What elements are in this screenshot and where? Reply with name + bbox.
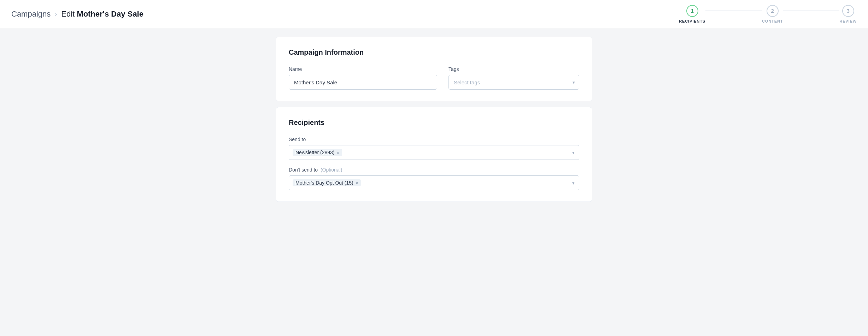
- main-content: Campaign Information Name Tags Select ta…: [264, 28, 604, 216]
- step-1-circle: 1: [686, 5, 698, 17]
- step-3-circle: 3: [842, 5, 854, 17]
- send-to-chevron-icon: ▾: [572, 150, 575, 155]
- step-2-label: CONTENT: [762, 19, 783, 23]
- step-recipients[interactable]: 1 RECIPIENTS: [679, 5, 705, 23]
- tags-select[interactable]: Select tags: [448, 75, 579, 90]
- dont-send-form-group: Don't send to (Optional) Mother's Day Op…: [289, 167, 579, 190]
- breadcrumb-current: Edit Mother's Day Sale: [61, 10, 143, 19]
- send-to-tag: Newsletter (2893) ×: [293, 149, 342, 156]
- campaign-info-form-row: Name Tags Select tags ▾: [289, 66, 579, 90]
- send-to-label: Send to: [289, 137, 579, 142]
- send-to-input[interactable]: Newsletter (2893) × ▾: [289, 145, 579, 160]
- dont-send-optional: (Optional): [321, 167, 342, 173]
- tags-select-wrapper: Select tags ▾: [448, 75, 579, 90]
- app-header: Campaigns › Edit Mother's Day Sale 1 REC…: [0, 0, 868, 28]
- campaign-name-input[interactable]: [289, 75, 437, 90]
- dont-send-tag-label: Mother's Day Opt Out (15): [295, 180, 353, 186]
- dont-send-label: Don't send to (Optional): [289, 167, 579, 173]
- campaign-info-title: Campaign Information: [289, 48, 579, 56]
- step-connector-1-2: [705, 11, 762, 11]
- step-wizard: 1 RECIPIENTS 2 CONTENT 3 REVIEW: [679, 5, 857, 23]
- step-1-label: RECIPIENTS: [679, 19, 705, 23]
- dont-send-input[interactable]: Mother's Day Opt Out (15) × ▾: [289, 175, 579, 190]
- dont-send-chevron-icon: ▾: [572, 180, 575, 186]
- dont-send-tag: Mother's Day Opt Out (15) ×: [293, 179, 361, 186]
- tags-label: Tags: [448, 66, 579, 72]
- send-to-tag-label: Newsletter (2893): [295, 150, 335, 155]
- name-label: Name: [289, 66, 437, 72]
- send-to-tag-remove[interactable]: ×: [337, 150, 340, 155]
- breadcrumb: Campaigns › Edit Mother's Day Sale: [11, 10, 143, 19]
- step-content[interactable]: 2 CONTENT: [762, 5, 783, 23]
- send-to-form-group: Send to Newsletter (2893) × ▾: [289, 137, 579, 160]
- step-3-label: REVIEW: [839, 19, 857, 23]
- name-form-group: Name: [289, 66, 437, 90]
- campaign-info-card: Campaign Information Name Tags Select ta…: [276, 37, 592, 101]
- recipients-title: Recipients: [289, 119, 579, 127]
- tags-form-group: Tags Select tags ▾: [448, 66, 579, 90]
- step-2-circle: 2: [767, 5, 779, 17]
- breadcrumb-separator: ›: [55, 10, 57, 18]
- breadcrumb-parent[interactable]: Campaigns: [11, 10, 51, 19]
- dont-send-tag-remove[interactable]: ×: [356, 181, 358, 185]
- step-connector-2-3: [783, 11, 839, 11]
- step-review[interactable]: 3 REVIEW: [839, 5, 857, 23]
- recipients-card: Recipients Send to Newsletter (2893) × ▾…: [276, 107, 592, 202]
